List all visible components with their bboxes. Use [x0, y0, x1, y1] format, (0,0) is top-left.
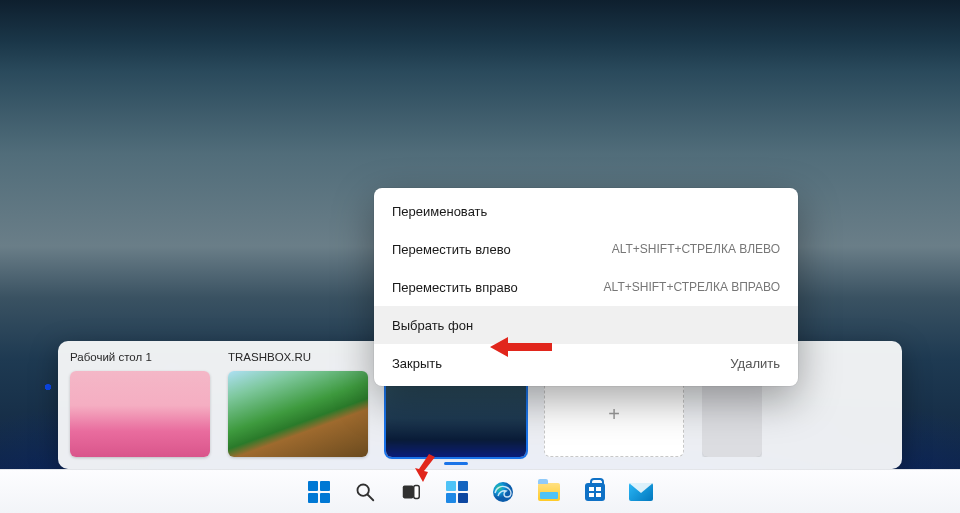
- svg-point-6: [493, 482, 513, 502]
- task-view-button[interactable]: [391, 472, 431, 512]
- menu-label: Выбрать фон: [392, 318, 473, 333]
- menu-item-move-left[interactable]: Переместить влево ALT+SHIFT+СТРЕЛКА ВЛЕВ…: [374, 230, 798, 268]
- menu-secondary: Удалить: [730, 356, 780, 371]
- virtual-desktop-2[interactable]: TRASHBOX.RU: [228, 351, 368, 457]
- svg-rect-5: [414, 485, 420, 498]
- menu-label: Переместить вправо: [392, 280, 518, 295]
- virtual-desktop-1[interactable]: Рабочий стол 1: [70, 351, 210, 457]
- menu-item-choose-background[interactable]: Выбрать фон: [374, 306, 798, 344]
- svg-rect-4: [403, 485, 414, 498]
- menu-label: Переименовать: [392, 204, 487, 219]
- taskbar: [0, 469, 960, 513]
- mail-icon: [629, 480, 653, 504]
- search-button[interactable]: [345, 472, 385, 512]
- menu-label: Закрыть: [392, 356, 442, 371]
- start-button[interactable]: [299, 472, 339, 512]
- folder-icon: [537, 480, 561, 504]
- menu-shortcut: ALT+SHIFT+СТРЕЛКА ВПРАВО: [604, 280, 780, 294]
- svg-line-3: [368, 494, 374, 500]
- menu-item-move-right[interactable]: Переместить вправо ALT+SHIFT+СТРЕЛКА ВПР…: [374, 268, 798, 306]
- desktop-thumbnail[interactable]: [70, 371, 210, 457]
- task-view-icon: [399, 480, 423, 504]
- search-icon: [353, 480, 377, 504]
- desktop-thumbnail[interactable]: [228, 371, 368, 457]
- windows-logo-icon: [307, 480, 331, 504]
- menu-shortcut: ALT+SHIFT+СТРЕЛКА ВЛЕВО: [612, 242, 780, 256]
- desktop-label: TRASHBOX.RU: [228, 351, 368, 369]
- edge-button[interactable]: [483, 472, 523, 512]
- microsoft-store-button[interactable]: [575, 472, 615, 512]
- store-icon: [583, 480, 607, 504]
- edge-icon: [491, 480, 515, 504]
- plus-icon: +: [608, 403, 620, 426]
- widgets-button[interactable]: [437, 472, 477, 512]
- file-explorer-button[interactable]: [529, 472, 569, 512]
- menu-item-rename[interactable]: Переименовать: [374, 192, 798, 230]
- desktop-context-menu: Переименовать Переместить влево ALT+SHIF…: [374, 188, 798, 386]
- mail-button[interactable]: [621, 472, 661, 512]
- desktop-label: Рабочий стол 1: [70, 351, 210, 369]
- menu-label: Переместить влево: [392, 242, 511, 257]
- menu-item-close[interactable]: Закрыть Удалить: [374, 344, 798, 382]
- widgets-icon: [445, 480, 469, 504]
